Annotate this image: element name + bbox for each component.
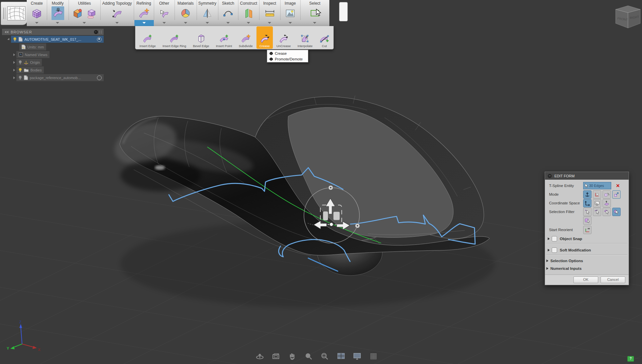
inspect-ruler-icon[interactable] [264,8,276,19]
adding-topology-icon[interactable] [111,7,123,19]
browser-header[interactable]: BROWSER − [2,29,104,35]
interpolate-button[interactable]: Interpolate [295,26,316,49]
bevel-edge-button[interactable]: Bevel Edge [190,26,212,49]
insert-edge-button[interactable]: Insert Edge [136,26,159,49]
symmetry-icon[interactable] [202,8,213,19]
expander-icon[interactable] [13,61,15,64]
object-snap-checkbox[interactable] [552,236,557,241]
refining-open-indicator[interactable] [134,20,154,26]
expander-icon[interactable] [546,259,548,262]
filter-vertex-button[interactable] [583,208,592,216]
sketch-icon[interactable] [222,8,234,19]
menu-item-promote-demote[interactable]: Promote/Demote [267,56,308,62]
scale-handle-right[interactable] [333,212,340,220]
panel-grip-icon[interactable] [100,30,102,34]
edit-form-tool-icon[interactable] [52,7,64,18]
bulb-on-icon[interactable] [18,68,22,72]
chevron-down-icon[interactable] [289,22,292,24]
tab-image[interactable]: Image [280,0,301,20]
pivot-handle-top[interactable] [328,185,333,190]
expander-icon[interactable] [13,69,15,71]
bulb-on-icon[interactable] [13,37,17,42]
object-snap-row[interactable]: Object Snap [545,235,629,243]
filter-tspline-body-button[interactable] [583,216,592,225]
form-context-button[interactable] [1,2,27,25]
soft-modification-checkbox[interactable] [552,247,557,253]
tab-select[interactable]: Select [300,0,329,20]
tab-other[interactable]: Other [154,0,175,20]
display-settings-icon[interactable] [352,351,362,361]
expander-icon[interactable] [548,237,550,240]
mode-translate-button[interactable] [583,190,592,199]
activate-component-radio[interactable] [97,75,102,80]
crease-button[interactable]: Crease [256,26,273,49]
pan-icon[interactable] [287,351,297,361]
filter-body-button[interactable] [612,208,621,216]
view-cube[interactable]: FRONT RIGHT [611,1,642,29]
construct-icon[interactable] [243,8,254,19]
tab-symmetry[interactable]: Symmetry [197,0,218,20]
browser-row-bodies[interactable]: Bodies [12,66,104,73]
tab-materials[interactable]: Materials [175,0,197,20]
zoom-window-icon[interactable] [320,351,330,361]
numerical-inputs-row[interactable]: Numerical Inputs [545,264,629,272]
ok-button[interactable]: OK [573,277,598,283]
orbit-icon[interactable] [255,351,265,361]
activate-component-radio[interactable] [97,37,102,42]
tab-create[interactable]: Create [27,0,47,20]
mode-pivot-button[interactable] [603,190,611,199]
clear-selection-icon[interactable]: ✕ [616,183,620,188]
remove-icon[interactable]: − [94,30,98,34]
chevron-down-icon[interactable] [35,22,38,24]
insert-edge-ring-button[interactable]: Insert Edge Ring [159,26,189,49]
expander-icon[interactable] [546,267,548,270]
chevron-down-icon[interactable] [226,22,230,24]
refining-icon[interactable] [138,7,150,19]
edit-form-header[interactable]: − EDIT FORM [545,172,629,180]
viewports-icon[interactable] [336,351,346,361]
bulb-off-icon[interactable] [18,60,22,65]
browser-row-units[interactable]: Units: mm [19,43,104,50]
entity-selection-button[interactable]: 30 Edges [583,182,611,189]
chevron-down-icon[interactable] [56,22,59,24]
chevron-down-icon[interactable] [163,22,166,24]
utilities-eraser-icon[interactable] [86,8,97,19]
expander-open-icon[interactable] [7,38,10,41]
tab-construct[interactable]: Construct [238,0,259,20]
other-icon[interactable] [158,8,170,19]
collapsed-panel-edge[interactable] [339,2,348,21]
browser-row-origin[interactable]: Origin [12,59,104,66]
chevron-down-icon[interactable] [206,22,209,24]
collapse-dialog-icon[interactable]: − [548,174,552,178]
insert-point-button[interactable]: Insert Point [213,26,235,49]
create-box-icon[interactable] [31,7,43,19]
filter-edge-button[interactable] [593,208,601,216]
tab-utilities[interactable]: Utilities [69,0,101,20]
pivot-handle-right[interactable] [355,223,360,228]
start-reorient-button[interactable] [583,226,592,234]
menu-item-crease[interactable]: Crease [267,50,308,56]
tab-adding-topology[interactable]: Adding Topology [100,0,134,20]
manipulator-center[interactable] [330,223,333,226]
mode-transform-button[interactable] [612,190,621,199]
browser-row-named-views[interactable]: Named Views [12,51,104,58]
selection-options-row[interactable]: Selection Options [545,257,629,265]
tab-refining[interactable]: Refining [134,0,154,20]
utilities-cube-icon[interactable] [72,8,84,19]
chevron-down-icon[interactable] [247,22,250,24]
tab-inspect[interactable]: Inspect [259,0,281,20]
mode-rotate-button[interactable] [593,190,601,199]
browser-row-package-reference[interactable]: package_reference_automob... [12,74,104,81]
expander-icon[interactable] [13,76,15,79]
scale-handle-left[interactable] [323,211,328,220]
chevron-down-icon[interactable] [184,22,187,24]
coordinate-local-button[interactable] [603,199,611,207]
help-badge[interactable]: ? [627,356,634,362]
chevron-down-icon[interactable] [268,22,271,24]
collapse-panel-icon[interactable] [5,31,9,33]
chevron-down-icon[interactable] [313,22,316,24]
tab-sketch[interactable]: Sketch [218,0,238,20]
cut-button[interactable]: Cut [316,26,332,49]
image-icon[interactable] [285,8,296,19]
filter-face-button[interactable] [603,208,611,216]
